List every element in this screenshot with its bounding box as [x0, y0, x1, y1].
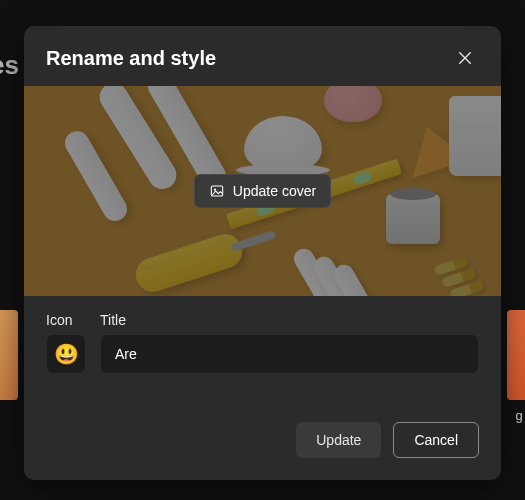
update-button[interactable]: Update [296, 422, 381, 458]
image-icon [209, 183, 225, 199]
update-cover-label: Update cover [233, 183, 316, 199]
background-card-left [0, 310, 18, 400]
icon-field-label: Icon [46, 312, 86, 328]
close-button[interactable] [451, 44, 479, 72]
icon-picker-button[interactable]: 😃 [46, 334, 86, 374]
title-input[interactable] [100, 334, 479, 374]
form-area: Icon 😃 Title [24, 296, 501, 374]
modal-header: Rename and style [24, 26, 501, 86]
emoji-icon: 😃 [54, 342, 79, 366]
close-icon [458, 51, 472, 65]
icon-field: Icon 😃 [46, 312, 86, 374]
title-field-label: Title [100, 312, 479, 328]
svg-point-1 [214, 189, 216, 191]
background-card-right [507, 310, 525, 400]
modal-footer: Update Cancel [24, 400, 501, 480]
title-field: Title [100, 312, 479, 374]
modal-title: Rename and style [46, 47, 216, 70]
background-right-label-fragment: g S [515, 408, 525, 423]
cover-overlay: Update cover [24, 86, 501, 296]
background-heading-fragment: es [0, 50, 19, 81]
cancel-button[interactable]: Cancel [393, 422, 479, 458]
cover-area: Update cover [24, 86, 501, 296]
rename-style-modal: Rename and style [24, 26, 501, 480]
update-cover-button[interactable]: Update cover [194, 174, 331, 208]
